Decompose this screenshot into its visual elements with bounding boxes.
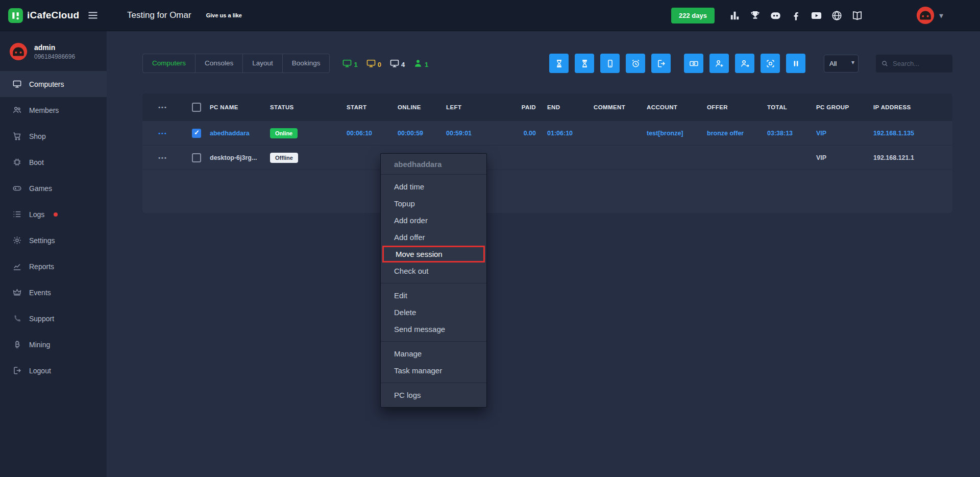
- tab-computers[interactable]: Computers: [142, 54, 195, 73]
- hourglass-button[interactable]: [549, 54, 569, 73]
- sidebar-item-games[interactable]: Games: [0, 175, 107, 201]
- sidebar-item-label: Mining: [29, 341, 50, 349]
- sidebar-item-label: Support: [29, 315, 54, 323]
- table-row[interactable]: ••• abedhaddara Online 00:06:10 00:00:59…: [142, 121, 952, 146]
- counter-pcs-total: 4: [389, 58, 405, 68]
- row-actions-button[interactable]: •••: [142, 155, 183, 161]
- cash-button[interactable]: [684, 54, 703, 73]
- pc-group-cell: VIP: [816, 154, 873, 161]
- sidebar-user-phone: 096184986696: [34, 53, 75, 60]
- sidebar-item-events[interactable]: Events: [0, 279, 107, 305]
- row-actions-button[interactable]: •••: [142, 130, 183, 136]
- pause-icon: [791, 59, 801, 68]
- facebook-icon[interactable]: [790, 10, 802, 21]
- menu-item-pc-logs[interactable]: PC logs: [381, 387, 486, 403]
- computers-table-panel: ••• PC NAME STATUS START ONLINE LEFT PAI…: [142, 93, 952, 213]
- counter-value: 0: [378, 61, 381, 68]
- toolbar: Computers Consoles Layout Bookings 1 0 4…: [142, 53, 952, 74]
- sidebar-item-support[interactable]: Support: [0, 305, 107, 331]
- col-offer: OFFER: [707, 104, 767, 110]
- menu-item-task-manager[interactable]: Task manager: [381, 362, 486, 379]
- menu-item-add-order[interactable]: Add order: [381, 212, 486, 229]
- column-settings-button[interactable]: •••: [142, 104, 183, 110]
- book-icon[interactable]: [851, 10, 863, 21]
- add-guest-button[interactable]: [735, 54, 754, 73]
- table-row[interactable]: ••• desktop-6j3rg... Offline VIP 192.168…: [142, 146, 952, 170]
- scan-button[interactable]: [761, 54, 780, 73]
- context-menu-group: Add time Topup Add order Add offer Move …: [381, 175, 486, 283]
- ip-cell: 192.168.1.135: [873, 130, 952, 137]
- menu-item-add-time[interactable]: Add time: [381, 178, 486, 195]
- menu-item-edit[interactable]: Edit: [381, 287, 486, 304]
- sidebar-item-label: Logout: [29, 367, 51, 375]
- hourglass-end-icon: [580, 59, 590, 68]
- row-checkbox[interactable]: [192, 153, 201, 162]
- profile-menu[interactable]: ▾: [916, 6, 943, 25]
- trophy-icon[interactable]: [749, 10, 761, 21]
- select-all-checkbox[interactable]: [192, 103, 201, 112]
- add-member-button[interactable]: [709, 54, 729, 73]
- status-filter-select[interactable]: All: [824, 55, 859, 73]
- sidebar-item-mining[interactable]: Mining: [0, 331, 107, 357]
- table-header-row: ••• PC NAME STATUS START ONLINE LEFT PAI…: [142, 93, 952, 121]
- col-account: ACCOUNT: [647, 104, 707, 110]
- menu-item-delete[interactable]: Delete: [381, 304, 486, 321]
- sidebar-item-shop[interactable]: Shop: [0, 123, 107, 149]
- sidebar-item-boot[interactable]: Boot: [0, 149, 107, 175]
- menu-item-manage[interactable]: Manage: [381, 345, 486, 362]
- left-cell: 00:59:01: [446, 130, 507, 137]
- menu-item-send-message[interactable]: Send message: [381, 321, 486, 338]
- chart-icon: [12, 261, 22, 271]
- sidebar-item-logs[interactable]: Logs: [0, 201, 107, 227]
- mobile-button[interactable]: [600, 54, 620, 73]
- pc-context-menu: abedhaddara Add time Topup Add order Add…: [380, 153, 487, 408]
- monitor-icon: [389, 58, 400, 68]
- subscription-days-button[interactable]: 222 days: [671, 8, 715, 23]
- sidebar-item-settings[interactable]: Settings: [0, 227, 107, 253]
- sidebar-item-computers[interactable]: Computers: [0, 71, 107, 97]
- monitor-icon: [366, 58, 376, 68]
- alarm-icon: [631, 59, 641, 68]
- users-icon: [12, 105, 22, 115]
- context-menu-group: Manage Task manager: [381, 341, 486, 383]
- give-us-a-like-link[interactable]: Give us a like: [206, 12, 242, 18]
- menu-item-check-out[interactable]: Check out: [381, 263, 486, 279]
- pc-name-link[interactable]: desktop-6j3rg...: [210, 154, 270, 161]
- cash-icon: [689, 59, 699, 68]
- logs-alert-dot: [54, 212, 58, 217]
- app-logo-icon: [8, 8, 23, 23]
- checkout-button[interactable]: [651, 54, 671, 73]
- globe-icon[interactable]: [831, 10, 843, 21]
- stats-icon[interactable]: [729, 10, 741, 21]
- main-content: Computers Consoles Layout Bookings 1 0 4…: [107, 31, 980, 477]
- offer-cell: bronze offer: [707, 130, 767, 137]
- tab-layout[interactable]: Layout: [242, 54, 283, 73]
- sidebar-item-members[interactable]: Members: [0, 97, 107, 123]
- menu-item-add-offer[interactable]: Add offer: [381, 229, 486, 246]
- col-left: LEFT: [446, 104, 507, 110]
- status-badge: Offline: [270, 153, 298, 163]
- chevron-down-icon: ▾: [939, 11, 943, 20]
- sidebar-item-logout[interactable]: Logout: [0, 357, 107, 384]
- alarm-button[interactable]: [626, 54, 645, 73]
- sidebar-item-label: Logs: [29, 210, 44, 219]
- tab-bookings[interactable]: Bookings: [282, 54, 330, 73]
- hourglass-end-button[interactable]: [575, 54, 594, 73]
- hamburger-menu-button[interactable]: [86, 9, 100, 22]
- pause-button[interactable]: [786, 54, 805, 73]
- tab-consoles[interactable]: Consoles: [195, 54, 243, 73]
- sidebar-item-label: Members: [29, 106, 59, 114]
- search-input[interactable]: [893, 60, 947, 67]
- row-checkbox[interactable]: [192, 129, 201, 138]
- youtube-icon[interactable]: [811, 10, 822, 21]
- menu-item-move-session[interactable]: Move session: [382, 246, 485, 263]
- end-cell: 01:06:10: [538, 130, 586, 137]
- discord-icon[interactable]: [770, 10, 781, 21]
- sidebar-item-reports[interactable]: Reports: [0, 253, 107, 279]
- pc-name-link[interactable]: abedhaddara: [210, 130, 270, 137]
- menu-item-topup[interactable]: Topup: [381, 195, 486, 212]
- col-start: START: [347, 104, 398, 110]
- chip-icon: [12, 157, 22, 167]
- monitor-icon: [342, 58, 352, 68]
- header-icon-bar: [729, 10, 863, 21]
